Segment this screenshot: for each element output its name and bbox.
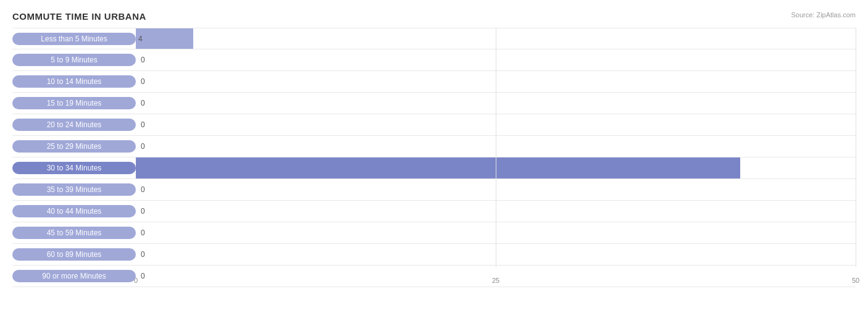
chart-title: COMMUTE TIME IN URBANA (12, 11, 856, 22)
bar-value: 0 (138, 120, 145, 129)
bar-label: 15 to 19 Minutes (12, 97, 136, 109)
bar-row: Less than 5 Minutes4 (12, 28, 856, 49)
bar-value: 0 (138, 99, 145, 107)
bar-value: 0 (138, 250, 145, 259)
bar-label: 40 to 44 Minutes (12, 205, 136, 217)
x-axis-tick: 25 (492, 277, 499, 284)
chart-area: Less than 5 Minutes45 to 9 Minutes010 to… (12, 28, 856, 284)
bar-value: 0 (138, 185, 145, 194)
bar-value: 0 (138, 77, 145, 86)
bar-value: 0 (138, 229, 145, 237)
bar-label: 60 to 89 Minutes (12, 248, 136, 261)
bar-value: 0 (138, 272, 145, 280)
bar-row: 10 to 14 Minutes0 (12, 71, 856, 93)
bar-label: 20 to 24 Minutes (12, 119, 136, 131)
bar-label: 90 or more Minutes (12, 270, 136, 282)
bar-value: 4 (136, 35, 143, 43)
bar-value: 0 (138, 142, 145, 151)
grid-line (856, 28, 856, 267)
grid-line (496, 28, 496, 267)
bar-row: 25 to 29 Minutes0 (12, 136, 856, 157)
bar-label: 45 to 59 Minutes (12, 227, 136, 239)
bar-value: 0 (138, 56, 145, 64)
bar-label: Less than 5 Minutes (12, 33, 136, 45)
bar-value: 0 (138, 207, 145, 216)
bar-row: 60 to 89 Minutes0 (12, 244, 856, 266)
bar-label: 35 to 39 Minutes (12, 183, 136, 196)
chart-container: COMMUTE TIME IN URBANA Source: ZipAtlas.… (0, 0, 868, 323)
bar-row: 15 to 19 Minutes0 (12, 93, 856, 114)
source-text: Source: ZipAtlas.com (791, 11, 856, 19)
bar-row: 5 to 9 Minutes0 (12, 49, 856, 71)
bar-fill (136, 28, 193, 49)
bar-fill (136, 157, 740, 178)
x-axis-tick: 50 (852, 277, 859, 284)
bar-label: 25 to 29 Minutes (12, 140, 136, 153)
bar-label: 10 to 14 Minutes (12, 75, 136, 88)
bar-row: 20 to 24 Minutes0 (12, 114, 856, 136)
bar-row: 35 to 39 Minutes0 (12, 179, 856, 201)
bar-row: 40 to 44 Minutes0 (12, 201, 856, 222)
bar-value: 42 (840, 164, 851, 172)
bar-label: 5 to 9 Minutes (12, 54, 136, 66)
bars-section: Less than 5 Minutes45 to 9 Minutes010 to… (12, 28, 856, 267)
bar-label: 30 to 34 Minutes (12, 162, 136, 174)
bar-row: 30 to 34 Minutes42 (12, 157, 856, 179)
bar-row: 45 to 59 Minutes0 (12, 222, 856, 244)
